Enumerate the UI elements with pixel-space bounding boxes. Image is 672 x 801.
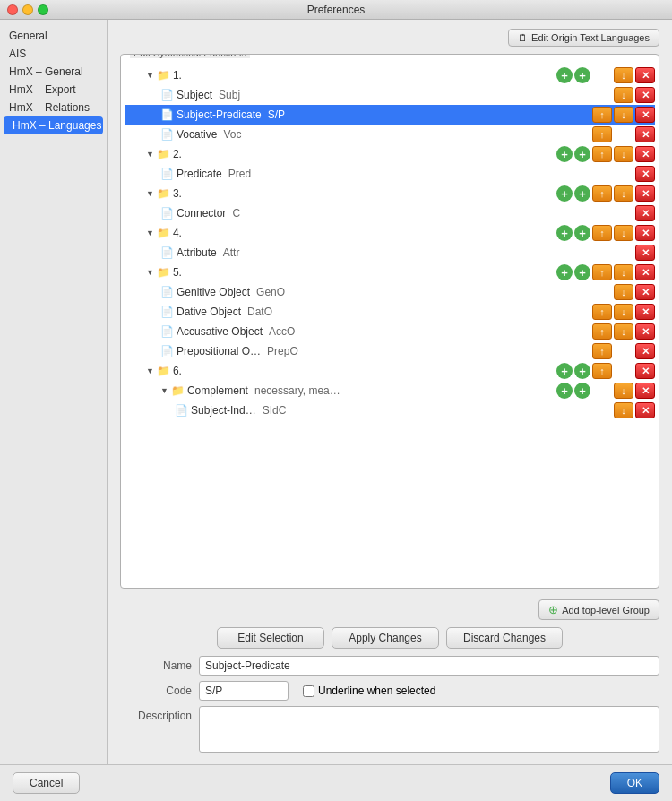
tree-row[interactable]: 📄 Dative Object DatO ↑ ↓ ✕ — [125, 302, 655, 322]
delete-button[interactable]: ✕ — [635, 87, 655, 103]
expand-icon[interactable]: ▼ — [146, 189, 154, 198]
move-up-button[interactable]: ↑ — [592, 264, 612, 280]
delete-button[interactable]: ✕ — [635, 185, 655, 202]
expand-icon[interactable]: ▼ — [146, 150, 154, 159]
move-up-button[interactable]: ↑ — [592, 304, 612, 320]
tree-container[interactable]: ▼ 📁 1. + + ↓ ✕ 📄 — [121, 55, 659, 588]
cancel-button[interactable]: Cancel — [13, 772, 80, 794]
expand-icon[interactable]: ▼ — [146, 366, 154, 375]
add-item-button[interactable]: + — [556, 264, 573, 280]
delete-button[interactable]: ✕ — [635, 264, 655, 280]
tree-row[interactable]: ▼ 📁 3. + + ↑ ↓ ✕ — [125, 184, 655, 203]
tree-row[interactable]: 📄 Accusative Object AccO ↑ ↓ ✕ — [125, 322, 655, 341]
move-down-button[interactable]: ↓ — [614, 383, 633, 399]
tree-row-selected[interactable]: 📄 Subject-Predicate S/P ↑ ↓ ✕ — [125, 105, 655, 125]
move-down-button[interactable]: ↓ — [614, 323, 633, 340]
sidebar-item-hmx-export[interactable]: HmX – Export — [0, 81, 107, 99]
tree-row[interactable]: ▼ 📁 4. + + ↑ ↓ ✕ — [125, 223, 655, 243]
apply-changes-button[interactable]: Apply Changes — [332, 627, 439, 649]
sidebar-item-general[interactable]: General — [0, 27, 107, 45]
move-up-button[interactable]: ↑ — [592, 185, 612, 202]
delete-button[interactable]: ✕ — [635, 146, 655, 162]
delete-button[interactable]: ✕ — [635, 304, 655, 320]
tree-row[interactable]: 📄 Subject Subj ↓ ✕ — [125, 85, 655, 105]
delete-button[interactable]: ✕ — [635, 166, 655, 182]
tree-row[interactable]: 📄 Connector C ✕ — [125, 203, 655, 223]
add-item-button[interactable]: + — [556, 363, 573, 379]
delete-button[interactable]: ✕ — [635, 363, 655, 379]
move-down-button[interactable]: ↓ — [614, 304, 633, 320]
move-down-button[interactable]: ↓ — [614, 264, 633, 280]
window-controls[interactable] — [7, 4, 48, 15]
tree-row[interactable]: ▼ 📁 2. + + ↑ ↓ ✕ — [125, 144, 655, 164]
expand-icon[interactable]: ▼ — [146, 228, 154, 237]
add-subgroup-button[interactable]: + — [574, 146, 590, 162]
move-up-button[interactable]: ↑ — [592, 146, 612, 162]
tree-row[interactable]: ▼ 📁 1. + + ↓ ✕ — [125, 65, 655, 85]
move-down-button[interactable]: ↓ — [614, 67, 633, 83]
delete-button[interactable]: ✕ — [635, 284, 655, 300]
name-input[interactable] — [199, 656, 659, 676]
add-item-button[interactable]: + — [556, 146, 573, 162]
add-subgroup-button[interactable]: + — [574, 185, 590, 202]
move-up-button[interactable]: ↑ — [592, 107, 612, 123]
add-item-button[interactable]: + — [556, 67, 573, 83]
sidebar-item-ais[interactable]: AIS — [0, 45, 107, 63]
add-item-button[interactable]: + — [556, 225, 573, 241]
tree-row[interactable]: ▼ 📁 6. + + ↑ ✕ — [125, 361, 655, 381]
tree-row[interactable]: ▼ 📁 5. + + ↑ ↓ ✕ — [125, 263, 655, 282]
move-down-button[interactable]: ↓ — [614, 87, 633, 103]
edit-selection-button[interactable]: Edit Selection — [217, 627, 324, 649]
edit-origin-button[interactable]: 🗒 Edit Origin Text Languages — [508, 29, 659, 47]
add-item-button[interactable]: + — [556, 185, 573, 202]
delete-button[interactable]: ✕ — [635, 225, 655, 241]
move-up-button[interactable]: ↑ — [592, 225, 612, 241]
add-item-button[interactable]: + — [556, 383, 573, 399]
tree-row[interactable]: ▼ 📁 Complement necessary, mea… + + ↓ ✕ — [125, 381, 655, 400]
tree-row[interactable]: 📄 Prepositional O… PrepO ↑ ✕ — [125, 341, 655, 361]
move-down-button[interactable]: ↓ — [614, 185, 633, 202]
code-input[interactable] — [199, 681, 289, 701]
add-subgroup-button[interactable]: + — [574, 363, 590, 379]
close-button[interactable] — [7, 4, 18, 15]
delete-button[interactable]: ✕ — [635, 245, 655, 261]
delete-button[interactable]: ✕ — [635, 383, 655, 399]
description-input[interactable] — [199, 706, 659, 753]
move-down-button[interactable]: ↓ — [614, 284, 633, 300]
move-up-button[interactable]: ↑ — [592, 323, 612, 340]
maximize-button[interactable] — [38, 4, 48, 15]
add-subgroup-button[interactable]: + — [574, 383, 590, 399]
add-toplevel-group-button[interactable]: ⊕ Add top-level Group — [538, 599, 659, 620]
sidebar-item-hmx-general[interactable]: HmX – General — [0, 63, 107, 81]
expand-icon[interactable]: ▼ — [146, 71, 154, 80]
move-up-button[interactable]: ↑ — [592, 126, 612, 142]
add-subgroup-button[interactable]: + — [574, 264, 590, 280]
delete-button[interactable]: ✕ — [635, 67, 655, 83]
expand-icon[interactable]: ▼ — [160, 386, 168, 395]
delete-button[interactable]: ✕ — [635, 323, 655, 340]
move-up-button[interactable]: ↑ — [592, 343, 612, 359]
move-up-button[interactable]: ↑ — [592, 363, 612, 379]
delete-button[interactable]: ✕ — [635, 205, 655, 221]
delete-button[interactable]: ✕ — [635, 402, 655, 418]
sidebar-item-hmx-relations[interactable]: HmX – Relations — [0, 99, 107, 116]
underline-checkbox[interactable] — [303, 685, 314, 697]
delete-button[interactable]: ✕ — [635, 107, 655, 123]
tree-row[interactable]: 📄 Attribute Attr ✕ — [125, 243, 655, 263]
add-subgroup-button[interactable]: + — [574, 225, 590, 241]
move-down-button[interactable]: ↓ — [614, 146, 633, 162]
delete-button[interactable]: ✕ — [635, 343, 655, 359]
tree-row[interactable]: 📄 Genitive Object GenO ↓ ✕ — [125, 282, 655, 302]
sidebar-item-hmx-languages[interactable]: HmX – Languages — [4, 116, 103, 134]
move-down-button[interactable]: ↓ — [614, 225, 633, 241]
tree-row[interactable]: 📄 Vocative Voc ↑ ✕ — [125, 125, 655, 144]
move-down-button[interactable]: ↓ — [614, 107, 633, 123]
add-subgroup-button[interactable]: + — [574, 67, 590, 83]
discard-changes-button[interactable]: Discard Changes — [446, 627, 563, 649]
expand-icon[interactable]: ▼ — [146, 268, 154, 277]
move-down-button[interactable]: ↓ — [614, 402, 633, 418]
minimize-button[interactable] — [22, 4, 33, 15]
ok-button[interactable]: OK — [610, 772, 659, 794]
tree-row[interactable]: 📄 Predicate Pred ✕ — [125, 164, 655, 184]
tree-row[interactable]: 📄 Subject-Ind… SIdC ↓ ✕ — [125, 400, 655, 420]
